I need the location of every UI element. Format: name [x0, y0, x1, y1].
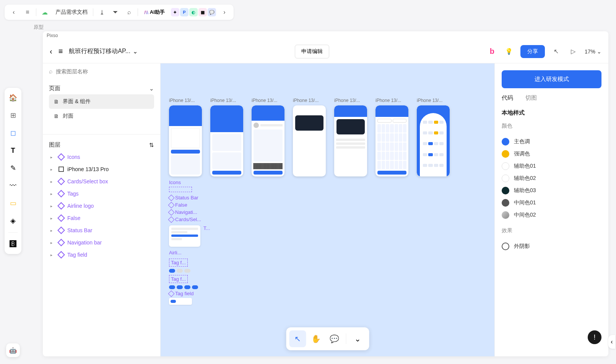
artboard[interactable]: iPhone 13/...: [169, 98, 202, 176]
file-name[interactable]: 航班行程预订移动AP... ⌄: [69, 47, 138, 55]
plugin-icon[interactable]: 💬: [208, 8, 216, 16]
layer-item[interactable]: ▸Tag field: [49, 249, 154, 261]
plugin-icon[interactable]: ◐: [189, 8, 198, 16]
alert-fab[interactable]: !: [588, 330, 601, 344]
share-button[interactable]: 分享: [520, 45, 545, 58]
component-label[interactable]: Tag f...: [169, 259, 188, 267]
component-label[interactable]: Status Bar: [169, 195, 210, 201]
component-label[interactable]: Icons: [169, 180, 210, 185]
pixso-icon[interactable]: 🅱: [7, 238, 19, 250]
plugin-icon[interactable]: ✦: [171, 8, 179, 16]
play-icon[interactable]: ▷: [568, 46, 579, 57]
artboard-label: iPhone 13/...: [210, 98, 243, 103]
artboard[interactable]: iPhone 13/...: [375, 98, 408, 176]
color-swatch: [502, 187, 509, 194]
color-style-item[interactable]: 中间色01: [502, 197, 601, 209]
artboard[interactable]: iPhone 13/...: [293, 98, 326, 176]
artboard-label: iPhone 13/...: [417, 98, 450, 103]
tag-icon[interactable]: ⏷: [110, 7, 121, 18]
design-canvas[interactable]: iPhone 13/...iPhone 13/...iPhone 13/...i…: [161, 63, 494, 356]
layer-item[interactable]: ▸iPhone 13/13 Pro: [49, 163, 154, 175]
component-label[interactable]: Airli...: [169, 250, 210, 256]
ai-fab[interactable]: 🤖: [6, 343, 20, 357]
artboard[interactable]: iPhone 13/...: [252, 98, 284, 176]
hand-tool[interactable]: ✋: [307, 330, 324, 347]
component-label[interactable]: Cards/Sel...: [169, 217, 210, 222]
card-component[interactable]: [169, 225, 200, 247]
search-icon: ⌕: [49, 68, 53, 75]
artboard[interactable]: iPhone 13/...: [210, 98, 243, 176]
ai-assistant-button[interactable]: /\\ AI助手: [141, 7, 168, 17]
cloud-icon: ☁: [39, 7, 50, 18]
component-label[interactable]: Navigati...: [169, 209, 210, 215]
effect-item[interactable]: 外阴影: [502, 240, 601, 252]
collapse-right-icon[interactable]: ‹: [608, 335, 615, 349]
search-icon[interactable]: ⌕: [124, 7, 135, 18]
home-icon[interactable]: 🏠: [7, 92, 19, 104]
artboard-label: iPhone 13/...: [293, 98, 326, 103]
layer-item[interactable]: ▸Status Bar: [49, 224, 154, 236]
layers-header: 图层 ⇅: [49, 139, 154, 151]
tab-slice[interactable]: 切图: [525, 94, 537, 103]
layer-item[interactable]: ▸Navigation bar: [49, 236, 154, 249]
chevron-right-icon[interactable]: ›: [219, 7, 230, 18]
color-style-item[interactable]: 中间色02: [502, 209, 601, 221]
pen-icon[interactable]: ✎: [7, 162, 19, 174]
color-style-item[interactable]: 强调色: [502, 148, 601, 160]
comment-tool[interactable]: 💬: [326, 330, 343, 347]
colors-title: 颜色: [502, 123, 601, 129]
menu-icon[interactable]: ≡: [22, 7, 33, 18]
tab-code[interactable]: 代码: [502, 94, 513, 103]
layer-item[interactable]: ▸Icons: [49, 151, 154, 163]
artboard[interactable]: iPhone 13/...: [417, 98, 450, 176]
icons-group[interactable]: [169, 187, 192, 192]
plugin-icon[interactable]: ▦: [198, 8, 207, 16]
pages-header[interactable]: 页面 ⌄: [49, 83, 154, 94]
search-input[interactable]: [56, 68, 154, 74]
right-panel-tabs: 代码 切图: [502, 94, 601, 103]
back-button[interactable]: ‹: [50, 47, 52, 56]
color-style-item[interactable]: 辅助色02: [502, 172, 601, 184]
component-label[interactable]: Tag field: [169, 291, 210, 296]
download-icon[interactable]: ⤓: [96, 7, 107, 18]
note-icon[interactable]: ▭: [7, 197, 19, 209]
more-icon[interactable]: ⌄: [349, 330, 366, 347]
page-item[interactable]: 🗎 界面 & 组件: [49, 94, 154, 109]
component-icon[interactable]: ◈: [7, 215, 19, 227]
vector-icon[interactable]: 〰: [7, 180, 19, 192]
zoom-control[interactable]: 17% ⌄: [585, 49, 601, 55]
component-label[interactable]: T...: [203, 225, 210, 231]
sort-icon[interactable]: ⇅: [149, 142, 154, 149]
chevron-down-icon[interactable]: ⌄: [133, 48, 138, 55]
shadow-icon: [502, 243, 509, 250]
color-style-item[interactable]: 辅助色01: [502, 160, 601, 172]
layer-item[interactable]: ▸False: [49, 212, 154, 224]
frame-icon[interactable]: ⊞: [7, 109, 19, 121]
dev-mode-button[interactable]: 进入研发模式: [502, 70, 601, 88]
layer-search[interactable]: ⌕: [43, 63, 160, 79]
color-style-item[interactable]: 主色调: [502, 136, 601, 148]
plugin-icon[interactable]: P: [180, 8, 189, 16]
page-item[interactable]: 🗎 封面: [49, 109, 154, 123]
chevron-down-icon: ⌄: [597, 49, 601, 55]
back-icon[interactable]: ‹: [8, 7, 19, 18]
component-label[interactable]: Tag f...: [169, 275, 188, 283]
cursor-icon[interactable]: ↖: [551, 46, 562, 57]
layer-item[interactable]: ▸Airline logo: [49, 200, 154, 212]
text-icon[interactable]: T: [7, 144, 19, 157]
color-style-item[interactable]: 辅助色03: [502, 184, 601, 197]
bulb-icon[interactable]: 💡: [504, 46, 514, 57]
request-edit-button[interactable]: 申请编辑: [295, 45, 329, 58]
layer-item[interactable]: ▸Tags: [49, 188, 154, 200]
component-label[interactable]: False: [169, 202, 210, 208]
hamburger-icon[interactable]: ≡: [59, 47, 63, 56]
artboard[interactable]: iPhone 13/...: [334, 98, 367, 176]
select-tool[interactable]: ↖: [289, 330, 306, 347]
shape-icon[interactable]: ◻: [7, 127, 19, 139]
logo-icon[interactable]: b: [487, 46, 497, 57]
artboard-label: iPhone 13/...: [252, 98, 284, 103]
chevron-down-icon[interactable]: ⌄: [149, 85, 154, 92]
layer-item[interactable]: ▸Cards/Select box: [49, 175, 154, 188]
doc-title: 产品需求文档: [53, 9, 90, 16]
left-panel: ⌕ 页面 ⌄ 🗎 界面 & 组件 🗎 封面 图层: [43, 63, 161, 356]
